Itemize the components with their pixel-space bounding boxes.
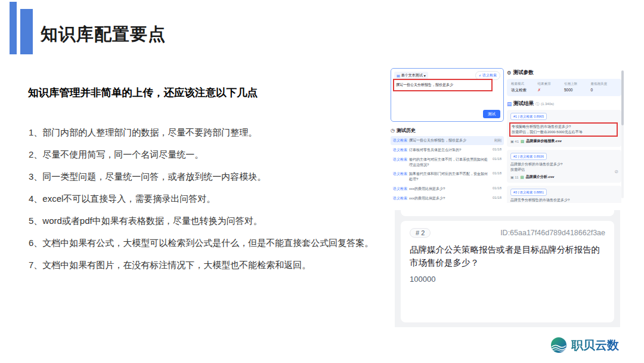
history-row[interactable]: 语义检索 xxx的费用比例是多少? 01/18 bbox=[391, 184, 504, 193]
chevron-down-icon: ▾ bbox=[424, 73, 426, 78]
slide: 知识库配置要点 知识库管理并非简单的上传，还应该注意以下几点 1、部门内部的人整… bbox=[0, 0, 644, 363]
record-id: ID:65aa17f46d789d418662f3ae bbox=[500, 229, 605, 237]
list-item: 2、尽量不使用简写，同一个名词尽量统一。 bbox=[29, 143, 397, 165]
title-accent-bar-2 bbox=[20, 9, 33, 54]
params-strip: 检索模式 语义检索 结果重排 ✗ 引用上限 5000 最低相关度 0 bbox=[507, 79, 621, 96]
history-question: xxx的费用比例是多少? bbox=[409, 196, 491, 201]
result-highlight-box: 专项策略分析报告的市场售价是多少? 按需评估，我们一般在2000-5000元左右… bbox=[509, 122, 618, 137]
scrollbar-thumb[interactable] bbox=[621, 70, 624, 125]
result-answer: 按需评估 bbox=[510, 167, 618, 173]
result-answer: 按需评估，我们一般在2000-5000元左右不等 bbox=[512, 130, 615, 135]
query-highlight-box: 撰写一份公关分析报告，报价是多少 bbox=[393, 79, 493, 91]
history-question: 撰写一份公关分析报告，报价是多少 bbox=[409, 138, 493, 143]
history-tag: 语义检索 bbox=[393, 186, 407, 192]
result-meta: ▣ 41 bbox=[510, 139, 519, 143]
list-item: 3、同一类型问题，尽量统一问答，或者放到统一内容模块。 bbox=[29, 165, 397, 187]
result-card[interactable]: #2 | 语义检索 0.8936 品牌媒介分析的市场售价是多少? 按需评估 ▣ … bbox=[507, 150, 621, 183]
results-title: 测试结果 bbox=[513, 100, 534, 107]
list-item: 4、excel不可以直接导入，需要摘录出问答对。 bbox=[29, 187, 397, 210]
semantic-search-label: 语义检索 bbox=[482, 73, 497, 78]
history-question: xxx的费用比例是多少? bbox=[409, 186, 491, 192]
list-item: 5、word或者pdf中如果有表格数据，尽量也转换为问答对。 bbox=[29, 210, 397, 232]
history-tag: 语义检索 bbox=[393, 138, 407, 143]
test-input-panel: ▤ 单个文本测试 ▾ ⚡ 语义检索 撰写一份公关分析报告，报价是多少 测试 ◷ … bbox=[391, 68, 504, 203]
params-title: 测试参数 bbox=[513, 69, 534, 76]
query-text[interactable]: 撰写一份公关分析报告，报价是多少 bbox=[396, 82, 453, 88]
title-accent-bar-1 bbox=[10, 2, 17, 54]
history-time: 01/18 bbox=[493, 147, 501, 151]
history-time: 01/18 bbox=[493, 171, 501, 175]
result-file-link[interactable]: 品牌媒体价格报表.csv bbox=[526, 139, 562, 144]
history-row[interactable]: 语义检索 xxx的费用比例是多少? 01/18 bbox=[391, 194, 504, 203]
record-answer: 100000 bbox=[410, 275, 605, 284]
history-time: 01/18 bbox=[493, 186, 501, 190]
param-label: 检索模式 bbox=[511, 82, 538, 86]
history-time: 01/18 bbox=[493, 157, 501, 161]
result-score-tag: #1 | 语义检索 0.8965 bbox=[510, 113, 547, 120]
company-logo: 职贝云数 bbox=[549, 336, 619, 355]
result-question: 品牌竞争分析报告的市场售价是多少? bbox=[510, 198, 618, 203]
result-file-link[interactable]: 品牌媒介分析.csv bbox=[526, 174, 555, 180]
record-question: 品牌媒介公关策略报告或者是目标品牌分析报告的市场售价是多少？ bbox=[410, 243, 605, 270]
results-duration: (1.340s) bbox=[541, 102, 554, 106]
result-score-tag: #2 | 语义检索 0.8936 bbox=[510, 153, 547, 160]
points-list: 1、部门内部的人整理部门的数据，尽量不要跨部门整理。 2、尽量不使用简写，同一个… bbox=[29, 121, 397, 276]
result-score-tag: #3 | 语义检索 0.8881 bbox=[510, 189, 547, 196]
result-meta: ▣ 11 bbox=[510, 175, 519, 179]
list-item: 7、文档中如果有图片，在没有标注情况下，大模型也不能检索和返回。 bbox=[29, 254, 397, 276]
history-row[interactable]: 语义检索 撰写一份公关分析报告，报价是多少 刚刚 bbox=[391, 136, 504, 145]
history-tag: 语义检索 bbox=[393, 147, 407, 153]
list-item: 6、文档中如果有公式，大模型可以检索到公式是什么，但是不能直接套公式回复答案。 bbox=[29, 232, 397, 254]
history-tag: 语义检索 bbox=[393, 171, 407, 177]
history-tag: 语义检索 bbox=[393, 196, 407, 201]
record-card[interactable]: # 2 ID:65aa17f46d789d418662f3ae 品牌媒介公关策略… bbox=[401, 221, 614, 322]
clock-icon: ◷ bbox=[391, 128, 395, 133]
logo-text: 职贝云数 bbox=[571, 337, 619, 353]
history-question: 订单核对零售具体是怎么计算的? bbox=[409, 147, 491, 153]
history-title: 测试历史 bbox=[397, 127, 416, 134]
screenshot-detail-card: # 2 ID:65aa17f46d789d418662f3ae 品牌媒介公关策略… bbox=[395, 210, 620, 327]
result-question: 品牌媒介分析的市场售价是多少? bbox=[510, 162, 618, 167]
history-tag: 语义检索 bbox=[393, 157, 407, 162]
param-value: 5000 bbox=[564, 88, 591, 92]
result-card[interactable]: #1 | 语义检索 0.8965 专项策略分析报告的市场售价是多少? 按需评估，… bbox=[507, 110, 621, 147]
history-question: 签约的主体与对应主体不同，订单系统里面如何处理这边情况? bbox=[409, 157, 491, 167]
logo-wave-icon bbox=[549, 336, 568, 355]
info-icon: ⓘ bbox=[535, 101, 539, 107]
test-results-panel: ⚙ 测试参数 检索模式 语义检索 结果重排 ✗ 引用上限 5000 最低相关度 bbox=[507, 67, 621, 203]
query-input-card[interactable]: ▤ 单个文本测试 ▾ ⚡ 语义检索 撰写一份公关分析报告，报价是多少 测试 bbox=[391, 68, 504, 122]
results-icon: ▤ bbox=[507, 101, 512, 107]
params-icon: ⚙ bbox=[507, 70, 512, 76]
param-value: 语义检索 bbox=[511, 88, 538, 93]
history-row[interactable]: 语义检索 订单核对零售具体是怎么计算的? 01/18 bbox=[391, 146, 504, 155]
list-item: 1、部门内部的人整理部门的数据，尽量不要跨部门整理。 bbox=[29, 121, 397, 143]
document-icon: ▤ bbox=[397, 73, 400, 78]
param-label: 最低相关度 bbox=[591, 82, 618, 86]
no-reference-icon[interactable]: ⊘ bbox=[614, 169, 618, 174]
history-time: 刚刚 bbox=[494, 138, 501, 143]
page-title: 知识库配置要点 bbox=[41, 23, 166, 47]
section-subtitle: 知识库管理并非简单的上传，还应该注意以下几点 bbox=[28, 85, 258, 100]
screenshot-test-console: ▤ 单个文本测试 ▾ ⚡ 语义检索 撰写一份公关分析报告，报价是多少 测试 ◷ … bbox=[391, 67, 624, 203]
file-icon: ▤ bbox=[521, 175, 524, 180]
param-value-rerank-off: ✗ bbox=[538, 88, 565, 93]
history-row[interactable]: 语义检索 如果签约主体和部门对应的主体不匹配，资金如何处理? 01/18 bbox=[391, 170, 504, 183]
scrollbar[interactable] bbox=[621, 70, 624, 198]
param-label: 引用上限 bbox=[564, 82, 591, 86]
file-icon: ▤ bbox=[521, 139, 524, 144]
lightning-icon: ⚡ bbox=[479, 73, 481, 78]
result-card[interactable]: #3 | 语义检索 0.8881 品牌竞争分析报告的市场售价是多少? 按需评估 … bbox=[507, 186, 621, 203]
previous-card-partial bbox=[401, 210, 614, 216]
mode-select-label: 单个文本测试 bbox=[401, 73, 423, 78]
history-row[interactable]: 语义检索 签约的主体与对应主体不同，订单系统里面如何处理这边情况? 01/18 bbox=[391, 155, 504, 169]
result-question: 专项策略分析报告的市场售价是多少? bbox=[512, 124, 615, 130]
run-test-button[interactable]: 测试 bbox=[483, 110, 500, 118]
history-time: 01/18 bbox=[493, 196, 501, 199]
param-value: 0 bbox=[591, 88, 618, 92]
param-label: 结果重排 bbox=[538, 82, 565, 86]
record-index-badge: # 2 bbox=[410, 228, 431, 238]
history-question: 如果签约主体和部门对应的主体不匹配，资金如何处理? bbox=[409, 171, 491, 182]
